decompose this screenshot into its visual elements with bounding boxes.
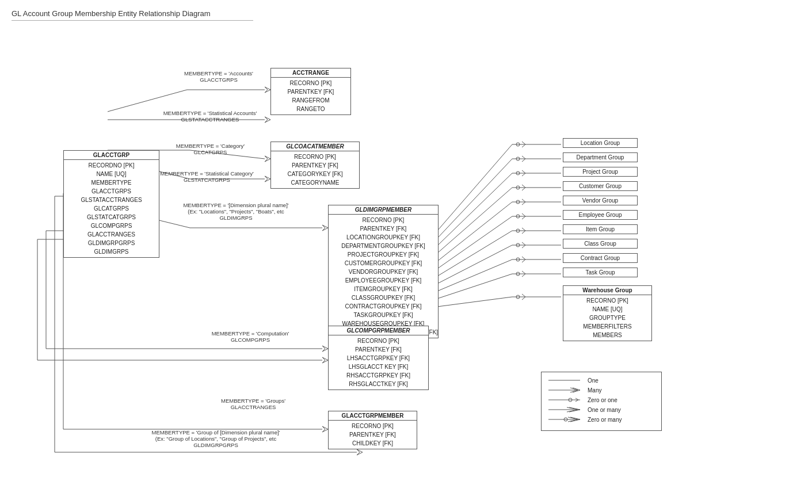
svg-line-126 [567, 407, 578, 410]
svg-line-46 [322, 426, 328, 429]
svg-line-106 [522, 274, 525, 277]
svg-line-36 [322, 349, 325, 352]
svg-line-17 [265, 159, 268, 162]
warehouse-group-entity: Warehouse Group RECORNO [PK] NAME [UQ] G… [563, 285, 652, 341]
svg-line-95 [522, 242, 525, 245]
legend-one-label: One [588, 377, 598, 384]
svg-line-71 [522, 173, 525, 176]
svg-line-113 [577, 378, 580, 380]
glcompgrpmember-body: RECORNO [PK] PARENTKEY [FK] LHSACCTGRPKE… [329, 335, 428, 390]
svg-line-65 [522, 156, 525, 159]
contract-group-box: Contract Group [563, 253, 638, 263]
svg-line-102 [437, 274, 512, 299]
svg-line-110 [522, 294, 525, 297]
label-dimension: MEMBERTYPE = '[Dimension plural name]'(E… [150, 202, 322, 221]
svg-line-35 [322, 346, 325, 349]
gldimgrpmember-body: RECORNO [PK] PARENTKEY [FK] LOCATIONGROU… [329, 215, 438, 338]
svg-point-94 [516, 243, 520, 247]
glcoacatmember-header: GLCOACATMEMBER [271, 142, 359, 151]
legend-many-label: Many [588, 387, 601, 394]
svg-line-127 [567, 410, 578, 412]
legend-zero-or-many: Zero or many [548, 416, 654, 423]
svg-line-62 [437, 159, 512, 238]
svg-line-28 [322, 225, 325, 228]
legend-zero-or-one-label: Zero or one [588, 397, 617, 403]
glacctgrp-body: RECORDNO [PK] NAME [UQ] MEMBERTYPE GLACC… [64, 160, 159, 257]
svg-line-72 [437, 188, 512, 253]
svg-point-104 [516, 272, 520, 276]
legend-one: One [548, 377, 654, 384]
svg-point-64 [516, 157, 520, 161]
svg-line-29 [322, 228, 325, 231]
diagram-area: GLACCTGRP RECORDNO [PK] NAME [UQ] MEMBER… [12, 26, 800, 498]
svg-point-84 [516, 215, 520, 218]
svg-line-91 [522, 231, 525, 234]
svg-line-5 [265, 90, 268, 93]
svg-line-100 [522, 257, 525, 259]
acctrange-body: RECORNO [PK] PARENTKEY [FK] RANGEFROM RA… [271, 78, 350, 114]
svg-point-59 [516, 143, 520, 146]
svg-line-105 [522, 271, 525, 274]
legend-zero-or-one: Zero or one [548, 396, 654, 403]
svg-line-82 [437, 216, 512, 269]
employee-group-box: Employee Group [563, 210, 638, 220]
svg-line-57 [437, 144, 512, 231]
legend-one-or-many: One or many [548, 406, 654, 413]
svg-line-41 [322, 360, 328, 363]
svg-point-79 [516, 200, 520, 204]
label-statcat: MEMBERTYPE = 'Statistical Category'GLSTA… [148, 170, 266, 183]
glacctgrpmember-entity: GLACCTGRPMEMBER RECORNO [PK] PARENTKEY [… [328, 411, 417, 449]
location-group-box: Location Group [563, 138, 638, 148]
glacctgrp-entity: GLACCTGRP RECORDNO [PK] NAME [UQ] MEMBER… [63, 150, 159, 258]
diagram-title: GL Account Group Membership Entity Relat… [12, 9, 800, 18]
vendor-group-box: Vendor Group [563, 196, 638, 205]
svg-line-43 [322, 360, 325, 363]
svg-line-85 [522, 213, 525, 216]
svg-point-89 [516, 229, 520, 232]
svg-line-60 [522, 142, 525, 144]
svg-line-15 [265, 159, 270, 162]
svg-line-80 [522, 199, 525, 202]
gldimgrpmember-entity: GLDIMGRPMEMBER RECORNO [PK] PARENTKEY [F… [328, 205, 439, 338]
svg-line-54 [357, 452, 363, 455]
warehouse-group-body: RECORNO [PK] NAME [UQ] GROUPTYPE MEMBERF… [563, 295, 651, 341]
svg-line-124 [569, 407, 580, 410]
svg-line-66 [522, 159, 525, 162]
svg-line-111 [522, 297, 525, 300]
svg-line-77 [437, 202, 512, 261]
glacctgrpmember-body: RECORNO [PK] PARENTKEY [FK] CHILDKEY [FK… [329, 421, 417, 449]
legend-many: Many [548, 387, 654, 394]
svg-line-27 [322, 228, 328, 231]
svg-line-26 [322, 225, 328, 228]
svg-line-87 [437, 231, 512, 276]
task-group-box: Task Group [563, 268, 638, 277]
legend-zero-or-many-label: Zero or many [588, 417, 622, 423]
svg-line-40 [322, 357, 328, 360]
legend-one-or-many-label: One or many [588, 407, 621, 413]
svg-line-47 [322, 429, 328, 432]
svg-line-14 [265, 156, 270, 159]
gldimgrpmember-header: GLDIMGRPMEMBER [329, 205, 438, 215]
svg-line-67 [437, 173, 512, 246]
label-accounts: MEMBERTYPE = 'Accounts'GLACCTGRPS [167, 70, 270, 83]
title-divider [12, 20, 253, 21]
svg-line-81 [522, 202, 525, 205]
svg-line-90 [522, 228, 525, 231]
svg-line-33 [322, 346, 328, 349]
svg-line-125 [569, 410, 580, 412]
label-category: MEMBERTYPE = 'Category'GLCATGRPS [154, 143, 266, 155]
glacctgrpmember-header: GLACCTGRPMEMBER [329, 411, 417, 421]
glcompgrpmember-entity: GLCOMPGRPMEMBER RECORNO [PK] PARENTKEY [… [328, 326, 429, 390]
label-groups: MEMBERTYPE = 'Groups'GLACCTRANGES [181, 398, 325, 410]
department-group-box: Department Group [563, 152, 638, 162]
svg-line-97 [437, 259, 512, 291]
customer-group-box: Customer Group [563, 181, 638, 191]
svg-line-92 [437, 245, 512, 284]
svg-line-4 [265, 87, 268, 90]
svg-line-70 [522, 170, 525, 173]
svg-line-61 [522, 144, 525, 147]
svg-line-101 [522, 259, 525, 262]
glcoacatmember-entity: GLCOACATMEMBER RECORNO [PK] PARENTKEY [F… [270, 142, 360, 189]
project-group-box: Project Group [563, 167, 638, 177]
svg-line-75 [522, 185, 525, 188]
